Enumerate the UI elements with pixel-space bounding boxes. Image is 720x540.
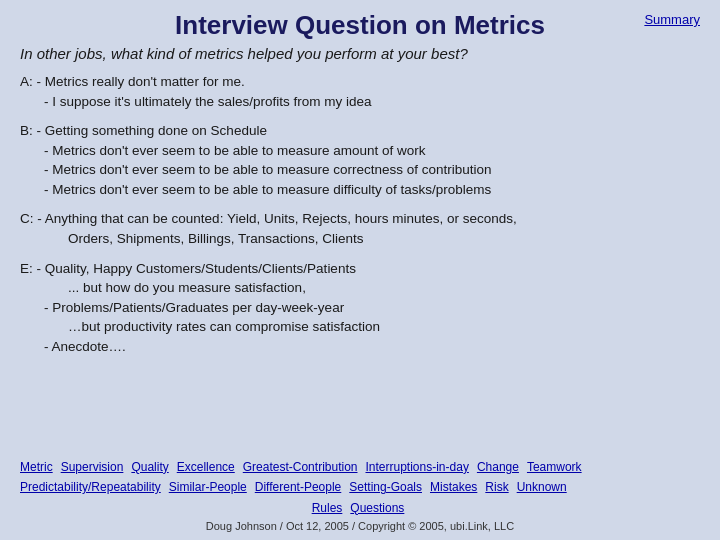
section-a: A: - Metrics really don't matter for me.…	[20, 72, 700, 111]
footer-row-3: Rules Questions	[20, 498, 700, 518]
section-c-line2: Orders, Shipments, Billings, Transaction…	[68, 231, 364, 246]
link-setting-goals[interactable]: Setting-Goals	[349, 477, 422, 497]
subtitle: In other jobs, what kind of metrics help…	[20, 45, 700, 62]
link-supervision[interactable]: Supervision	[61, 457, 124, 477]
link-questions[interactable]: Questions	[350, 498, 404, 518]
section-b-line2: - Metrics don't ever seem to be able to …	[44, 143, 426, 158]
main-content: A: - Metrics really don't matter for me.…	[20, 72, 700, 451]
link-unknown[interactable]: Unknown	[517, 477, 567, 497]
link-excellence[interactable]: Excellence	[177, 457, 235, 477]
link-different-people[interactable]: Different-People	[255, 477, 342, 497]
link-interruptions-in-day[interactable]: Interruptions-in-day	[366, 457, 469, 477]
section-b-line3: - Metrics don't ever seem to be able to …	[44, 162, 492, 177]
footer-row-2: Predictability/Repeatability Similar-Peo…	[20, 477, 700, 497]
footer-links: Metric Supervision Quality Excellence Gr…	[20, 457, 700, 518]
footer-copyright: Doug Johnson / Oct 12, 2005 / Copyright …	[20, 520, 700, 532]
link-teamwork[interactable]: Teamwork	[527, 457, 582, 477]
section-e-line3: - Problems/Patients/Graduates per day-we…	[44, 300, 344, 315]
link-change[interactable]: Change	[477, 457, 519, 477]
section-c: C: - Anything that can be counted: Yield…	[20, 209, 700, 248]
section-e-line2: ... but how do you measure satisfaction,	[68, 280, 306, 295]
section-a-line2: - I suppose it's ultimately the sales/pr…	[44, 94, 371, 109]
summary-link[interactable]: Summary	[644, 12, 700, 27]
link-rules[interactable]: Rules	[312, 498, 343, 518]
section-e-line5: - Anecdote….	[44, 339, 126, 354]
link-greatest-contribution[interactable]: Greatest-Contribution	[243, 457, 358, 477]
section-e: E: - Quality, Happy Customers/Students/C…	[20, 259, 700, 357]
section-e-line4: …but productivity rates can compromise s…	[68, 319, 380, 334]
page-title: Interview Question on Metrics	[20, 10, 700, 41]
header: Interview Question on Metrics Summary	[20, 10, 700, 41]
link-risk[interactable]: Risk	[485, 477, 508, 497]
link-similar-people[interactable]: Similar-People	[169, 477, 247, 497]
page: Interview Question on Metrics Summary In…	[0, 0, 720, 540]
section-b-line4: - Metrics don't ever seem to be able to …	[44, 182, 491, 197]
link-predictability[interactable]: Predictability/Repeatability	[20, 477, 161, 497]
link-quality[interactable]: Quality	[131, 457, 168, 477]
footer-row-1: Metric Supervision Quality Excellence Gr…	[20, 457, 700, 477]
section-b: B: - Getting something done on Schedule …	[20, 121, 700, 199]
link-metric[interactable]: Metric	[20, 457, 53, 477]
link-mistakes[interactable]: Mistakes	[430, 477, 477, 497]
